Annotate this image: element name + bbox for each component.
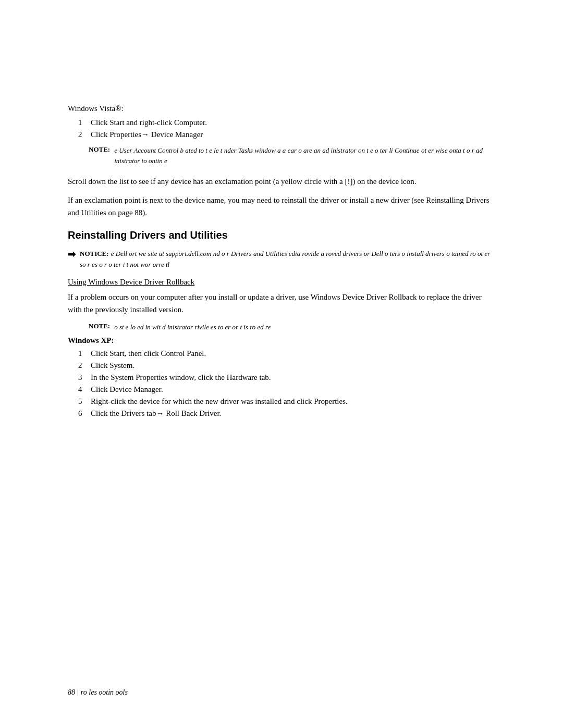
note-label-xp-pre: NOTE: [89, 322, 110, 332]
xp-step-2: 2 Click System. [78, 361, 495, 370]
page-number: 88 [68, 688, 75, 696]
xp-step-5: 5 Right-click the device for which the n… [78, 397, 495, 406]
vista-step-2: 2 Click Properties→ Device Manager [78, 130, 495, 139]
step-text: In the System Properties window, click t… [91, 373, 271, 382]
device-driver-rollback-subheading: Using Windows Device Driver Rollback [68, 278, 495, 287]
vista-note-box: NOTE: e User Account Control b ated to t… [89, 145, 495, 166]
step-number: 5 [78, 397, 87, 406]
note-text-xp-pre: o st e lo ed in wit d inistrator rivile … [114, 322, 271, 332]
xp-step-3: 3 In the System Properties window, click… [78, 373, 495, 382]
body-paragraph-3: If a problem occurs on your computer aft… [68, 291, 495, 316]
footer-text: | ro les ootin ools [77, 688, 128, 696]
notice-content: NOTICE: e Dell ort we site at support.de… [80, 249, 495, 270]
notice-text: e Dell ort we site at support.dell.com n… [80, 250, 490, 268]
page-container: Windows Vista®: 1 Click Start and right-… [0, 0, 563, 728]
windows-xp-heading: Windows XP: [68, 336, 495, 345]
xp-step-1: 1 Click Start, then click Control Panel. [78, 349, 495, 358]
step-text: Click System. [91, 361, 134, 370]
xp-step-4: 4 Click Device Manager. [78, 385, 495, 394]
body-paragraph-2: If an exclamation point is next to the d… [68, 194, 495, 219]
note-text: e User Account Control b ated to t e le … [114, 145, 495, 166]
step-text: Click Start and right-click Computer. [91, 118, 207, 127]
step-number: 6 [78, 409, 87, 418]
body-paragraph-1: Scroll down the list to see if any devic… [68, 175, 495, 188]
reinstalling-section-heading: Reinstalling Drivers and Utilities [68, 229, 495, 241]
step-number: 4 [78, 385, 87, 394]
note-label: NOTE: [89, 145, 110, 154]
windows-vista-heading: Windows Vista®: [68, 104, 495, 113]
step-number: 2 [78, 130, 87, 139]
notice-label: NOTICE: [80, 250, 109, 257]
step-text: Click the Drivers tab→ Roll Back Driver. [91, 409, 221, 418]
vista-step-1: 1 Click Start and right-click Computer. [78, 118, 495, 127]
notice-arrow-icon: ➡ [68, 249, 76, 260]
step-number: 1 [78, 118, 87, 127]
step-text: Click Properties→ Device Manager [91, 130, 203, 139]
xp-steps-list: 1 Click Start, then click Control Panel.… [78, 349, 495, 418]
xp-step-6: 6 Click the Drivers tab→ Roll Back Drive… [78, 409, 495, 418]
step-number: 3 [78, 373, 87, 382]
windows-vista-section: Windows Vista®: 1 Click Start and right-… [68, 104, 495, 166]
step-number: 2 [78, 361, 87, 370]
vista-steps-list: 1 Click Start and right-click Computer. … [78, 118, 495, 139]
note-xp-pre-box: NOTE: o st e lo ed in wit d inistrator r… [89, 322, 495, 332]
step-number: 1 [78, 349, 87, 358]
notice-box: ➡ NOTICE: e Dell ort we site at support.… [68, 249, 495, 270]
step-text: Click Start, then click Control Panel. [91, 349, 206, 358]
page-footer: 88 | ro les ootin ools [68, 688, 128, 697]
step-text: Click Device Manager. [91, 385, 163, 394]
step-text: Right-click the device for which the new… [91, 397, 348, 406]
